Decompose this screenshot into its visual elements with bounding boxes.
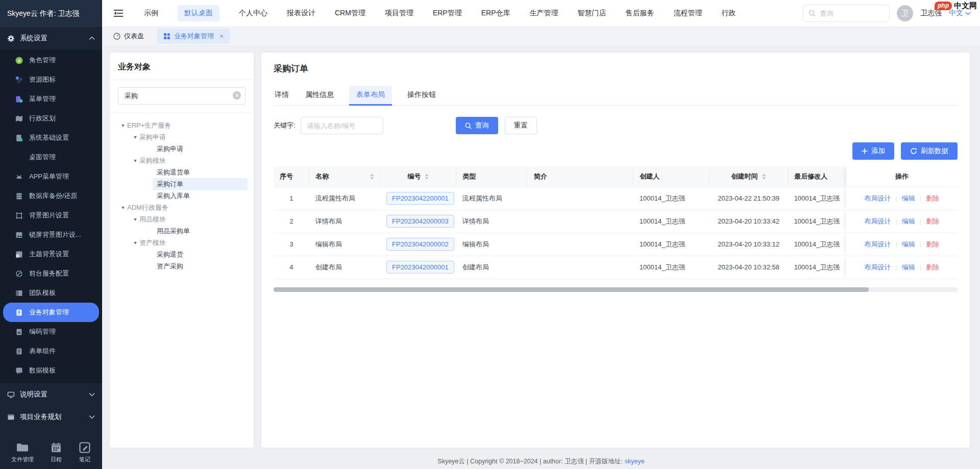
tree-node[interactable]: 采购退货 [110,249,250,260]
caret-down-icon[interactable]: ▾ [131,158,139,163]
tab-details[interactable]: 详情 [274,86,290,105]
sidebar-group-label: 说明设置 [20,390,47,399]
nav-item-erp[interactable]: ERP管理 [433,5,462,21]
add-button[interactable]: 添加 [852,142,894,160]
delete-link[interactable]: 删除 [926,263,939,271]
sidebar-item-admin-region[interactable]: 行政区划 [0,109,102,128]
tree-node[interactable]: 采购退货单 [110,166,250,178]
edit-link[interactable]: 编辑 [902,217,915,225]
user-avatar[interactable]: 卫 [897,5,913,21]
close-tab-icon[interactable]: × [219,33,224,40]
sidebar-group-system-settings[interactable]: 系统设置 [0,27,102,50]
nav-item-project[interactable]: 项目管理 [385,5,413,21]
clear-search-icon[interactable]: ✕ [233,91,241,100]
dock-notes[interactable]: 笔记 [79,441,91,463]
sidebar-item-background-image[interactable]: 背景图片设置 [0,206,102,225]
nav-item-default-desktop[interactable]: 默认桌面 [178,5,219,21]
sidebar-item-business-object-management[interactable]: 业务对象管理 [3,303,99,322]
opensource-link[interactable]: skyeye [625,458,645,465]
sidebar-item-code-management[interactable]: w 编码管理 [0,322,102,341]
keyword-input[interactable] [301,117,383,134]
sidebar-item-data-template[interactable]: 数据模板 [0,361,102,380]
gear-icon [7,35,15,42]
sidebar-group-doc-settings[interactable]: 说明设置 [0,383,102,406]
edit-link[interactable]: 编辑 [902,194,915,202]
global-search[interactable] [803,5,890,22]
tree-search-input[interactable] [118,87,246,105]
search-button[interactable]: 查询 [456,117,498,134]
sort-icon[interactable] [762,174,766,180]
col-created-time[interactable]: 创建时间 [709,166,788,187]
sidebar-item-menu-management[interactable]: 菜单管理 [0,89,102,109]
layout-design-link[interactable]: 布局设计 [864,263,891,271]
edit-link[interactable]: 编辑 [902,240,915,248]
delete-link[interactable]: 删除 [926,240,939,248]
sidebar-item-resource-icons[interactable]: 资源图标 [0,70,102,89]
layout-design-link[interactable]: 布局设计 [864,194,891,202]
sidebar-group-project-planning[interactable]: 项目业务规划 [0,406,102,428]
scrollbar-thumb[interactable] [274,287,869,292]
tab-action-buttons[interactable]: 操作按钮 [406,86,437,105]
tab-dashboard[interactable]: 仪表盘 [113,32,144,41]
delete-link[interactable]: 删除 [926,194,939,202]
sidebar-item-team-template[interactable]: 团队模板 [0,283,102,303]
nav-item-examples[interactable]: 示例 [144,5,158,21]
nav-item-report-design[interactable]: 报表设计 [287,5,315,21]
tree-node[interactable]: ▾资产模块 [110,237,250,249]
footer: Skyeye云 | Copyright © 2018~2024 | author… [102,454,980,469]
dock-schedule[interactable]: 日程 [50,441,62,463]
caret-down-icon[interactable]: ▾ [131,240,139,245]
caret-down-icon[interactable]: ▾ [119,205,127,210]
sidebar-item-theme-background[interactable]: 主题背景设置 [0,244,102,264]
sidebar-collapse-button[interactable] [113,9,124,17]
nav-item-workflow[interactable]: 流程管理 [673,5,702,21]
sidebar-item-frontend-service-config[interactable]: 前台服务配置 [0,264,102,283]
table-row: 2 详情布局 FP2023042000003 详情布局 100014_卫志强 2… [274,210,958,233]
reset-button[interactable]: 重置 [505,117,537,134]
sidebar-item-role-management[interactable]: A 角色管理 [0,51,102,70]
edit-link[interactable]: 编辑 [902,263,915,271]
sidebar-item-db-backup-restore[interactable]: 数据库备份/还原 [0,186,102,206]
tree-node-selected[interactable]: 采购订单 [110,178,250,190]
nav-item-aftersales[interactable]: 售后服务 [625,5,654,21]
sort-icon[interactable] [370,174,374,180]
sidebar-item-form-components[interactable]: 表单组件 [0,341,102,361]
content-area: 业务对象 ✕ ▾ERP+生产服务 ▾采购申请 采购申请 ▾采购模块 采购退货单 … [102,45,980,454]
tree-node[interactable]: ▾采购模块 [110,155,250,166]
col-code[interactable]: 编号 [380,166,456,187]
tree-node[interactable]: 采购入库单 [110,190,250,202]
dock-file-management[interactable]: 文件管理 [11,441,34,463]
tree-node[interactable]: 用品采购单 [110,225,250,237]
nav-item-smart-store[interactable]: 智慧门店 [577,5,606,21]
global-search-input[interactable] [820,10,876,17]
tree-node[interactable]: ▾采购申请 [110,131,250,143]
sidebar-item-lockscreen-background[interactable]: 锁屏背景图片设... [0,225,102,244]
refresh-button[interactable]: 刷新数据 [901,142,958,160]
layout-design-link[interactable]: 布局设计 [864,217,891,225]
nav-item-personal-center[interactable]: 个人中心 [239,5,267,21]
caret-down-icon[interactable]: ▾ [131,216,139,222]
tab-business-object-management[interactable]: 业务对象管理 × [157,29,230,44]
tree-node[interactable]: ▾ADM行政服务 [110,202,250,213]
sidebar-item-desktop-management[interactable]: 桌面管理 [0,147,102,167]
delete-link[interactable]: 删除 [926,217,939,225]
nav-item-admin[interactable]: 行政 [721,5,736,21]
tree-node[interactable]: 资产采购 [110,260,250,272]
layout-design-link[interactable]: 布局设计 [864,240,891,248]
col-name[interactable]: 名称 [309,166,380,187]
nav-item-erp-warehouse[interactable]: ERP仓库 [481,5,510,21]
tree-node[interactable]: ▾ERP+生产服务 [110,119,250,131]
tab-attribute-info[interactable]: 属性信息 [304,86,335,105]
sort-icon[interactable] [425,174,429,180]
caret-down-icon[interactable]: ▾ [119,122,127,128]
sidebar-group-label: 系统设置 [20,34,47,43]
nav-item-crm[interactable]: CRM管理 [335,5,365,21]
tree-node[interactable]: ▾用品模块 [110,213,250,225]
nav-item-production[interactable]: 生产管理 [529,5,558,21]
tab-form-layout[interactable]: 表单布局 [349,86,392,105]
horizontal-scrollbar[interactable] [274,287,958,292]
sidebar-item-app-menu[interactable]: APP菜单管理 [0,167,102,186]
sidebar-item-system-base-settings[interactable]: 系统基础设置 [0,128,102,147]
tree-node[interactable]: 采购申请 [110,143,250,155]
caret-down-icon[interactable]: ▾ [131,134,139,140]
